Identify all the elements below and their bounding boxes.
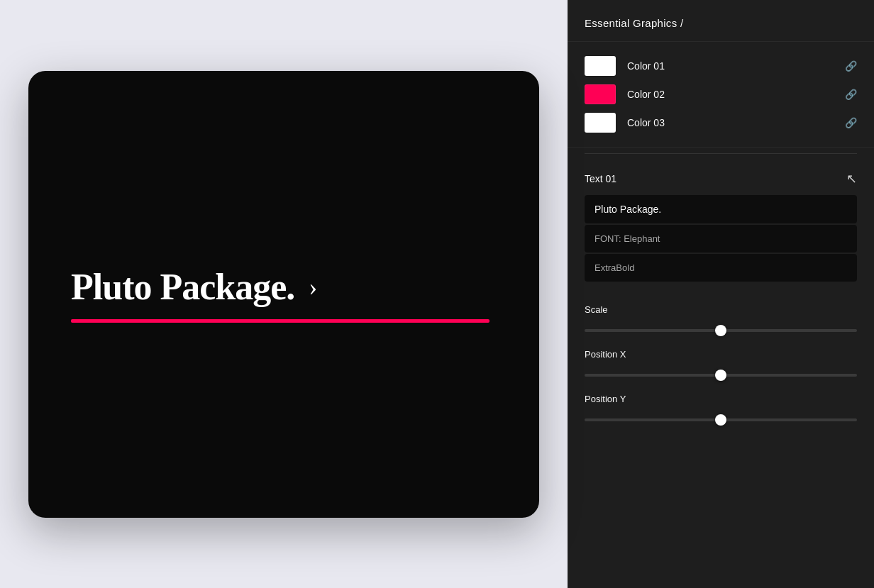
position-y-slider-group: Position Y [585,394,857,424]
text-section-title: Text 01 [585,173,616,184]
position-x-label: Position X [585,349,857,360]
position-y-label: Position Y [585,394,857,404]
preview-area: Pluto Package. › [0,0,568,588]
font-name-field: FONT: Elephant [585,225,857,253]
colors-section: Color 01 🔗 Color 02 🔗 Color 03 🔗 [568,42,874,148]
panel-title: Essential Graphics / [585,17,683,29]
color-label-03: Color 03 [627,117,845,128]
color-row-01: Color 01 🔗 [585,56,857,76]
preview-card: Pluto Package. › [28,71,539,518]
right-panel: Essential Graphics / Color 01 🔗 Color 02… [568,0,874,588]
text-section: Text 01 ↖ FONT: Elephant ExtraBold [568,160,874,293]
color-row-02: Color 02 🔗 [585,84,857,104]
color-label-02: Color 02 [627,89,845,100]
color-swatch-03[interactable] [585,113,616,133]
scale-slider-group: Scale [585,304,857,335]
preview-arrow-icon: › [309,272,316,301]
position-x-slider[interactable] [585,374,857,377]
color-swatch-01[interactable] [585,56,616,76]
preview-line [71,319,489,323]
panel-header: Essential Graphics / [568,0,874,42]
color-row-03: Color 03 🔗 [585,113,857,133]
link-icon-01[interactable]: 🔗 [845,60,857,72]
preview-text: Pluto Package. › [71,266,316,308]
scale-slider[interactable] [585,329,857,332]
divider [585,153,857,154]
link-icon-03[interactable]: 🔗 [845,117,857,128]
position-x-slider-group: Position X [585,349,857,379]
color-label-01: Color 01 [627,60,845,72]
color-swatch-02[interactable] [585,84,616,104]
position-y-slider[interactable] [585,418,857,421]
scale-label: Scale [585,304,857,315]
cursor-icon: ↖ [846,171,857,187]
text-value-input[interactable] [585,195,857,223]
sliders-section: Scale Position X Position Y [568,293,874,436]
link-icon-02[interactable]: 🔗 [845,89,857,100]
font-style-field: ExtraBold [585,254,857,282]
preview-title: Pluto Package. [71,266,294,308]
text-section-header: Text 01 ↖ [585,171,857,187]
